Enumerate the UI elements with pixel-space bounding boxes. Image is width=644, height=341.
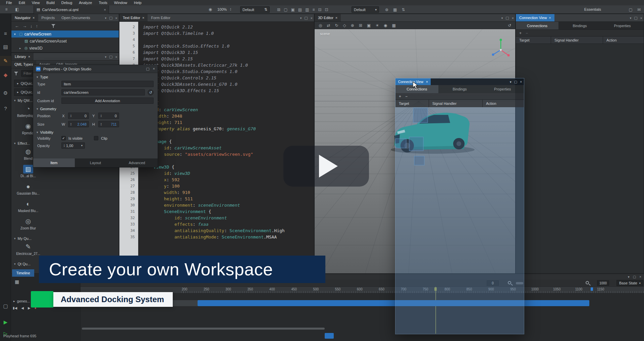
skip-start-icon[interactable]: ▮◀: [13, 306, 17, 310]
rows-icon[interactable]: ⊡: [325, 7, 328, 12]
close-icon[interactable]: ×: [426, 80, 428, 84]
chevron-down-icon[interactable]: ▾: [105, 55, 107, 59]
nav-back-icon[interactable]: ←: [15, 23, 19, 28]
tab-3d-editor[interactable]: 3D Editor×: [315, 14, 341, 21]
remove-connection-icon[interactable]: −: [526, 31, 528, 36]
tab-qml-types[interactable]: QML Types: [11, 61, 36, 68]
zoom-spinner-icon[interactable]: ▴▾: [230, 8, 231, 11]
step-back-icon[interactable]: ◀: [21, 306, 24, 310]
filter-icon[interactable]: [51, 24, 56, 28]
section-type[interactable]: ▾Type: [33, 73, 158, 80]
grid-toggle-icon[interactable]: ▦: [392, 23, 396, 28]
close-icon[interactable]: ×: [549, 14, 551, 21]
help-icon[interactable]: ?: [0, 104, 11, 114]
connection-table-body[interactable]: [516, 44, 644, 273]
mode-label[interactable]: Essentials: [584, 5, 601, 14]
align-view-icon[interactable]: ▣: [367, 23, 371, 28]
close-tab-icon[interactable]: ×: [104, 8, 106, 12]
select-tool-icon[interactable]: ◎: [319, 23, 322, 28]
end-frame-value[interactable]: 1000: [597, 280, 609, 286]
spinner-icon[interactable]: ▴▾: [70, 123, 71, 126]
tab-timeline[interactable]: Timeline: [12, 269, 34, 277]
opacity-field[interactable]: ▴▾1,00▾: [61, 142, 85, 149]
tree-item-carViewScreen[interactable]: ▾▢carViewScreen: [11, 30, 119, 38]
remove-connection-icon[interactable]: −: [405, 94, 408, 99]
camera-icon[interactable]: ◉: [384, 23, 387, 28]
local-global-icon[interactable]: ⊕: [351, 23, 354, 28]
style-selector[interactable]: Default ⇅: [240, 6, 270, 13]
id-field[interactable]: carViewScreen: [61, 89, 145, 95]
close-icon[interactable]: ×: [28, 53, 30, 60]
align-items-icon[interactable]: ≡: [312, 7, 315, 12]
play-preview-icon[interactable]: ◉: [207, 5, 214, 14]
menu-item[interactable]: File: [3, 1, 15, 5]
chevron-down-icon[interactable]: ▾: [105, 16, 107, 20]
tab-form-editor[interactable]: Form Editor: [148, 14, 173, 21]
chevron-down-icon[interactable]: ▾: [628, 275, 630, 279]
nav-forward-icon[interactable]: →: [22, 23, 27, 28]
menu-item[interactable]: View: [29, 1, 43, 5]
menu-item[interactable]: Analyze: [76, 1, 95, 5]
column-target[interactable]: Target: [395, 100, 429, 107]
spinner-icon[interactable]: ▴▾: [101, 114, 102, 118]
undock-icon[interactable]: ▢: [109, 16, 112, 20]
split-editor-icon[interactable]: ◧: [13, 5, 21, 14]
settings-icon[interactable]: ⚙: [0, 88, 11, 98]
undock-icon[interactable]: ▢: [505, 16, 509, 20]
bounding-rect-icon[interactable]: ▢: [284, 7, 287, 12]
add-item-icon[interactable]: ⊕: [385, 7, 388, 12]
column-signal-handler[interactable]: Signal Handler: [551, 37, 603, 44]
close-icon[interactable]: ×: [115, 16, 117, 20]
chevron-down-icon[interactable]: ▾: [630, 16, 632, 20]
tab-advanced[interactable]: Advanced: [116, 158, 158, 167]
section-visibility[interactable]: ▾Visibility: [33, 128, 158, 135]
window-mode-icon[interactable]: ▢: [629, 7, 633, 12]
library-item[interactable]: ◐Masked Blu...: [13, 200, 44, 216]
undock-icon[interactable]: ▢: [109, 55, 112, 59]
tab-navigator[interactable]: Navigator×: [11, 14, 38, 21]
tab-library[interactable]: Library×: [11, 53, 34, 60]
menu-item[interactable]: Window: [111, 1, 130, 5]
reset-id-icon[interactable]: ↺: [148, 89, 154, 95]
floating-connection-view[interactable]: Connection View× ▾ ▢ × Connections Bindi…: [395, 78, 524, 334]
tree-item-view3D[interactable]: ▸◎view3D: [11, 45, 119, 52]
tab-connections[interactable]: Connections: [516, 22, 558, 29]
x-field[interactable]: ▴▾0: [68, 113, 89, 119]
close-icon[interactable]: ×: [153, 67, 155, 71]
undock-icon[interactable]: ▢: [633, 275, 636, 279]
zoom-in-icon[interactable]: [586, 281, 589, 284]
menu-item[interactable]: Edit: [16, 1, 28, 5]
close-icon[interactable]: ×: [520, 80, 522, 84]
tree-item-carViewScreenAsset[interactable]: ▨carViewScreenAsset: [11, 38, 119, 45]
close-icon[interactable]: ×: [512, 16, 514, 20]
columns-icon[interactable]: ⊟: [318, 7, 321, 12]
light-icon[interactable]: ☀: [375, 23, 379, 28]
y-field[interactable]: ▴▾0: [98, 113, 119, 119]
is-visible-checkbox[interactable]: ✓: [61, 136, 66, 140]
tab-text-editor[interactable]: Text Editor×: [119, 14, 148, 21]
chevron-down-icon[interactable]: ▾: [510, 80, 512, 84]
column-action[interactable]: Action: [483, 100, 524, 107]
dialog-title-bar[interactable]: DS Properties - Qt Design Studio ▢ ×: [33, 65, 158, 73]
undock-icon[interactable]: ▢: [304, 16, 308, 20]
close-icon[interactable]: ×: [639, 275, 641, 279]
close-icon[interactable]: ×: [335, 14, 337, 21]
move-down-icon[interactable]: ↓: [30, 23, 33, 28]
close-icon[interactable]: ×: [115, 55, 117, 59]
tab-bindings[interactable]: Bindings: [558, 22, 601, 29]
close-icon[interactable]: ×: [142, 14, 144, 21]
tab-connection-view[interactable]: Connection View×: [516, 14, 554, 21]
tab-properties[interactable]: Properties: [601, 22, 644, 29]
library-section-header[interactable]: ▾My Qu...: [11, 235, 119, 242]
timeline-track-row[interactable]: ▸ genes...: [13, 299, 30, 303]
documents-icon[interactable]: ▤: [0, 42, 11, 52]
timeline-settings-icon[interactable]: ▦: [15, 279, 19, 284]
library-item[interactable]: ◎Zoom Blur: [13, 217, 44, 234]
chevron-down-icon[interactable]: ▾: [300, 16, 302, 20]
stack-order-icon[interactable]: ⇅: [401, 7, 405, 12]
move-up-icon[interactable]: ↑: [36, 23, 38, 28]
close-icon[interactable]: ×: [640, 16, 642, 20]
show-borders-icon[interactable]: ▥: [305, 7, 309, 12]
tab-open-documents[interactable]: Open Documents: [58, 14, 94, 21]
design-mode-icon[interactable]: ✎: [0, 56, 11, 66]
